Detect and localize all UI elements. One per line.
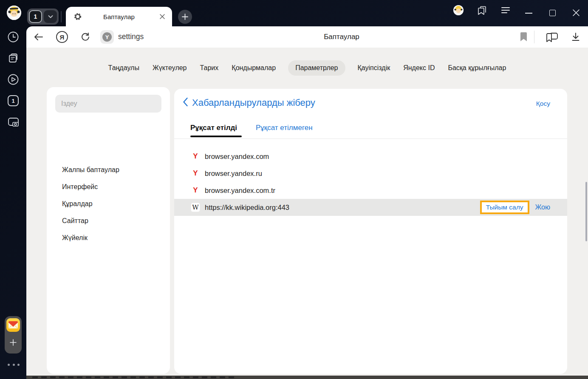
nav-tab-downloads[interactable]: Жүктеулер [152,60,188,76]
new-tab-button[interactable] [178,10,192,24]
window-minimize-button[interactable] [523,10,534,16]
sync-profile-avatar[interactable] [453,5,464,15]
allowed-sites-list: Y browser.yandex.com Y browser.yandex.ru… [174,148,567,216]
add-site-button[interactable]: Қосу [536,100,550,107]
collections-icon [545,31,559,43]
sidebar-screenshot-button[interactable] [7,116,20,128]
browser-toolbar: Я Y settings Баптаулар [26,26,588,48]
yandex-mail-button[interactable] [6,318,20,332]
sidebar-more-button[interactable] [8,364,20,366]
settings-page: Таңдаулы Жүктеулер Тарих Қондырмалар Пар… [26,48,588,376]
tab-allowed[interactable]: Рұқсат етілді [190,124,237,132]
clock-icon [7,31,19,43]
settings-search-input[interactable] [55,95,161,113]
window-scrollbar[interactable] [585,182,587,241]
dot-icon [8,364,10,366]
tab-settings[interactable]: Баптаулар [66,7,172,26]
back-button[interactable] [33,32,44,42]
site-url: browser.yandex.com.tr [205,187,275,195]
hamburger-menu-icon [501,7,510,14]
yandex-favicon-icon: Y [191,169,200,178]
delete-site-button[interactable]: Жою [535,204,551,211]
site-row[interactable]: Y browser.yandex.com.tr [174,182,567,199]
tab-count-icon: 1 [8,95,19,106]
tab-blocked[interactable]: Рұқсат етілмеген [256,124,313,132]
settings-sections-panel: Жалпы баптаулар Интерфейс Құралдар Сайтт… [47,87,170,374]
notes-icon [7,52,19,64]
nav-tab-history[interactable]: Тарих [199,60,220,76]
refresh-icon [81,32,90,42]
screenshot-icon [7,116,20,128]
dot-icon [13,364,15,366]
download-icon [571,32,580,42]
cropped-text-fragment [32,376,236,378]
block-site-button[interactable]: Тыйым салу [480,201,529,214]
window-maximize-button[interactable] [548,8,557,17]
site-row-highlighted[interactable]: W https://kk.wikipedia.org:443 Тыйым сал… [174,199,567,216]
toolbar-divider [534,31,534,43]
site-url: browser.yandex.ru [205,170,262,178]
site-row[interactable]: Y browser.yandex.com [174,148,567,165]
nav-tab-extensions[interactable]: Қондырмалар [231,60,277,76]
avatar-illustration [7,6,21,20]
minimize-icon [525,13,532,14]
downloads-button[interactable] [570,31,581,42]
site-badge[interactable]: Y [100,30,114,44]
section-title: Хабарландыруларды жіберу [192,97,315,108]
active-tab-underline [190,136,242,137]
sidebar-notes-button[interactable] [7,52,20,65]
back-arrow-icon [34,33,44,41]
bookmarks-panel-button[interactable] [477,5,488,16]
sidebar-history-button[interactable] [7,31,20,43]
sidebar-item-general[interactable]: Жалпы баптаулар [62,161,119,178]
settings-top-nav: Таңдаулы Жүктеулер Тарих Қондырмалар Пар… [26,60,588,76]
plus-icon [182,14,188,20]
bookmark-icon [520,32,527,42]
wikipedia-favicon-icon: W [191,203,200,212]
yandex-favicon-icon: Y [191,186,200,195]
tab-group-pill[interactable]: 1 [27,8,59,25]
sidebar-widgets-pill [5,316,22,354]
nav-tab-favorites[interactable]: Таңдаулы [107,60,140,76]
site-url: browser.yandex.com [205,153,269,161]
yandex-logo-button[interactable]: Я [56,31,68,43]
nav-tab-security[interactable]: Қауіпсіздік [357,60,391,76]
maximize-icon [549,10,556,16]
window-close-button[interactable] [571,8,581,18]
tabstrip-divider [61,11,62,23]
site-url: https://kk.wikipedia.org:443 [205,204,289,212]
profile-avatar[interactable] [7,6,21,20]
sidebar-item-tools[interactable]: Құралдар [62,195,93,212]
back-to-sites-button[interactable] [183,97,188,108]
refresh-button[interactable] [80,32,91,42]
chevron-down-icon [48,15,53,18]
plus-icon [9,339,17,346]
nav-tab-other-devices[interactable]: Басқа құрылғылар [447,60,507,76]
tab-close-icon[interactable] [159,14,165,20]
mail-icon [6,318,20,332]
collections-button[interactable] [545,31,559,43]
sidebar-tabs-button[interactable]: 1 [7,94,20,107]
avatar-illustration [453,5,464,15]
sidebar-item-system[interactable]: Жүйелік [62,229,88,246]
add-widget-button[interactable] [6,335,20,350]
tab-group-chevron-button[interactable] [44,10,57,23]
play-icon [7,74,19,85]
bookmark-page-button[interactable] [518,31,529,42]
bookmarks-icon [477,6,487,16]
address-bar-url[interactable]: settings [118,32,144,41]
page-header-title: Баптаулар [196,33,487,41]
sidebar-media-button[interactable] [7,73,20,86]
sidebar-item-sites[interactable]: Сайттар [62,212,88,229]
tab-group-count-badge[interactable]: 1 [29,10,42,23]
browser-menu-button[interactable] [501,6,510,14]
gear-icon [74,12,82,21]
bottom-cropped-strip [26,376,588,379]
tabs-divider [174,139,567,139]
notifications-settings-card: Хабарландыруларды жіберу Қосу Рұқсат еті… [174,89,567,374]
site-row[interactable]: Y browser.yandex.ru [174,165,567,182]
chevron-left-icon [183,97,188,107]
nav-tab-settings[interactable]: Параметрлер [288,60,345,76]
sidebar-item-interface[interactable]: Интерфейс [62,178,98,195]
nav-tab-yandex-id[interactable]: Яндекс ID [402,60,435,76]
